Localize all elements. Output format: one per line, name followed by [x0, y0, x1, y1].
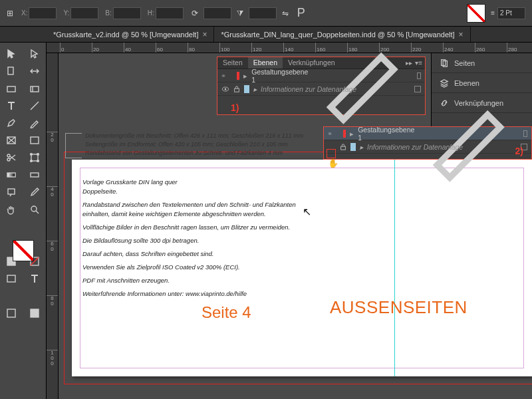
zoom-tool[interactable]	[23, 201, 47, 218]
layers-panel-2[interactable]: ▸ Gestaltungsebene 1 ▸ Informationen zur…	[323, 126, 532, 160]
layers-panel-1[interactable]: Seiten Ebenen Verknüpfungen ▸▸ ▾≡ ▸ Gest…	[217, 57, 426, 115]
gradient-swatch-tool[interactable]	[0, 166, 23, 184]
h-field[interactable]: H:	[148, 7, 184, 19]
expand-icon[interactable]: ▸	[253, 85, 257, 93]
layer-row[interactable]: ▸ Gestaltungsebene 1	[324, 127, 531, 140]
shear-input[interactable]	[249, 7, 277, 19]
visibility-icon[interactable]	[221, 72, 225, 80]
svg-rect-1	[7, 86, 15, 92]
svg-point-26	[225, 88, 227, 90]
note-tool[interactable]	[0, 184, 23, 201]
gap-tool[interactable]	[23, 63, 47, 80]
layer-row[interactable]: ▸ Gestaltungsebene 1	[217, 69, 425, 82]
shear-icon[interactable]: ⧩	[233, 6, 247, 21]
annotation-label: 1)	[231, 102, 239, 113]
layer-color-swatch	[343, 130, 346, 138]
expand-icon[interactable]: ▸	[350, 130, 354, 138]
svg-point-5	[7, 154, 10, 157]
content-placer-tool[interactable]	[23, 80, 47, 97]
gradient-feather-tool[interactable]	[23, 166, 47, 184]
pen-tool[interactable]	[0, 114, 23, 132]
expand-icon[interactable]: ▸	[360, 143, 363, 151]
line-tool[interactable]	[23, 97, 47, 114]
pencil-tool[interactable]	[23, 114, 47, 132]
y-field[interactable]: Y:	[63, 7, 98, 19]
lock-icon[interactable]	[340, 144, 346, 150]
type-tool[interactable]	[0, 97, 23, 114]
free-transform-tool[interactable]	[23, 149, 47, 166]
svg-rect-4	[31, 137, 39, 144]
note-line: Seitengröße im Endformat: Offen 420 x 10…	[85, 140, 303, 149]
svg-rect-0	[8, 67, 13, 74]
annotation-label: 2)	[515, 146, 523, 156]
formatting-text-icon[interactable]	[23, 270, 47, 287]
selection-tool[interactable]	[0, 45, 23, 63]
svg-rect-14	[8, 189, 15, 194]
rectangle-frame-tool[interactable]	[0, 132, 23, 149]
svg-rect-12	[7, 173, 15, 177]
select-square[interactable]	[417, 72, 421, 79]
control-bar: ⊞ X: Y: B: H: ⟳ ⧩ ⇋ P ≡	[0, 0, 532, 27]
layer-color-swatch	[350, 143, 356, 151]
close-icon[interactable]: ×	[459, 30, 464, 39]
direct-selection-tool[interactable]	[23, 45, 47, 63]
svg-rect-7	[31, 154, 38, 161]
tab-layers[interactable]: Ebenen	[248, 57, 283, 68]
panel-menu-icon[interactable]: ▾≡	[415, 59, 422, 66]
svg-rect-30	[341, 146, 346, 150]
svg-point-24	[223, 75, 223, 76]
layer-color-swatch	[237, 72, 239, 80]
stroke-input[interactable]	[497, 7, 525, 19]
document-tab-bar: *Grusskarte_v2.indd @ 50 % [Umgewandelt]…	[0, 27, 532, 43]
view-mode-preview-icon[interactable]	[23, 305, 47, 322]
paragraph-icon[interactable]: P	[294, 6, 309, 21]
hand-tool[interactable]	[0, 201, 23, 218]
stroke-weight[interactable]: ≡	[491, 7, 525, 19]
tab-pages[interactable]: Seiten	[217, 57, 248, 68]
visibility-icon[interactable]	[328, 130, 332, 138]
lock-icon[interactable]	[233, 86, 240, 92]
svg-rect-2	[31, 86, 39, 92]
vertical-ruler[interactable]: 20406080100120	[47, 53, 59, 399]
hand-cursor-icon: ✋	[328, 158, 338, 168]
content-collector-tool[interactable]	[0, 80, 23, 97]
expand-icon[interactable]: ▸	[243, 72, 247, 80]
layer-name: Informationen zur Datenanlage	[261, 85, 356, 93]
fill-swatch[interactable]	[467, 4, 485, 23]
svg-point-10	[30, 160, 32, 162]
fold-guide[interactable]	[394, 160, 395, 376]
rotate-icon[interactable]: ⟳	[188, 6, 202, 21]
x-input[interactable]	[29, 7, 57, 19]
flip-h-icon[interactable]: ⇋	[278, 6, 293, 21]
svg-point-8	[30, 154, 32, 156]
visibility-icon[interactable]	[221, 85, 229, 93]
w-input[interactable]	[113, 7, 141, 19]
rotate-input[interactable]	[203, 7, 231, 19]
svg-rect-18	[7, 275, 15, 282]
pages-icon	[440, 59, 449, 68]
y-input[interactable]	[70, 7, 98, 19]
w-field[interactable]: B:	[105, 7, 140, 19]
scissors-tool[interactable]	[0, 149, 23, 166]
target-layer-icon[interactable]	[312, 25, 413, 126]
svg-point-6	[7, 158, 10, 161]
target-layer-icon[interactable]	[418, 83, 519, 184]
select-square[interactable]	[523, 130, 527, 137]
reference-point-icon[interactable]: ⊞	[3, 6, 17, 21]
rectangle-tool[interactable]	[23, 132, 47, 149]
eyedropper-tool[interactable]	[23, 184, 47, 201]
template-instructions: Vorlage Grusskarte DIN lang querDoppelse…	[82, 178, 319, 303]
svg-point-15	[31, 206, 37, 211]
tool-panel	[0, 43, 47, 399]
dock-pages[interactable]: Seiten	[432, 53, 532, 73]
svg-rect-13	[31, 173, 39, 177]
horizontal-ruler[interactable]: 020406080100120140160180200220240260280	[47, 43, 532, 53]
document-tab[interactable]: *Grusskarte_v2.indd @ 50 % [Umgewandelt]…	[47, 27, 214, 42]
view-mode-normal-icon[interactable]	[0, 305, 23, 322]
close-icon[interactable]: ×	[202, 30, 207, 39]
page-tool[interactable]	[0, 63, 23, 80]
svg-rect-27	[235, 88, 239, 92]
x-field[interactable]: X:	[21, 7, 57, 19]
formatting-container-icon[interactable]	[0, 270, 23, 287]
h-input[interactable]	[156, 7, 184, 19]
